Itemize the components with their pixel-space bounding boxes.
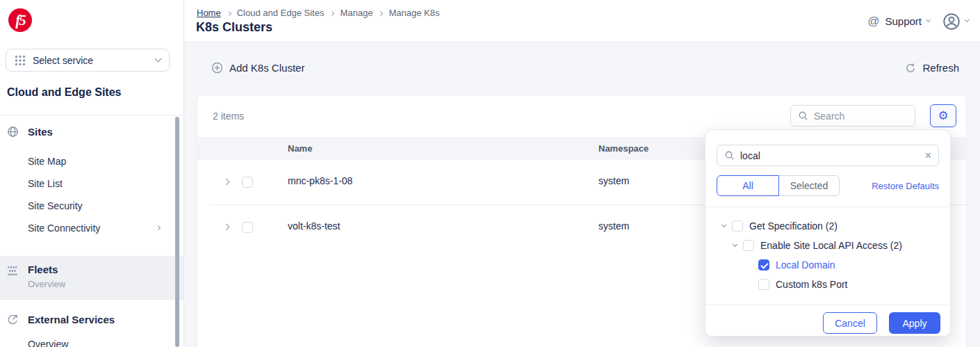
column-settings-popup: × All Selected Restore Defaults Get Spec… xyxy=(705,129,951,337)
breadcrumb-separator-icon xyxy=(329,10,334,15)
divider xyxy=(0,115,183,115)
sidebar: f5 Select service Cloud and Edge Sites S… xyxy=(0,0,184,347)
sidebar-item-label: Site Connectivity xyxy=(28,223,100,234)
add-k8s-cluster-label: Add K8s Cluster xyxy=(229,62,304,74)
sidebar-scrollbar[interactable] xyxy=(175,117,179,347)
breadcrumb-separator-icon xyxy=(227,10,231,15)
tree-item-get-specification: Get Specification (2) xyxy=(705,216,950,236)
sidebar-section-fleets[interactable]: Fleets Overview xyxy=(0,256,183,299)
tree-item-label: Enable Site Local API Access (2) xyxy=(760,240,902,251)
sidebar-item-label: Site Security xyxy=(28,200,83,211)
cancel-button[interactable]: Cancel xyxy=(823,312,877,334)
chevron-down-icon[interactable] xyxy=(965,17,970,22)
refresh-button[interactable]: Refresh xyxy=(905,62,959,74)
tree-item-label: Local Domain xyxy=(776,259,835,271)
support-icon: @ xyxy=(867,15,879,29)
sidebar-item-fleets-overview[interactable]: Overview xyxy=(28,279,65,289)
row-checkbox[interactable] xyxy=(242,222,253,233)
popup-search-input[interactable] xyxy=(740,150,920,161)
divider xyxy=(705,207,950,207)
column-settings-button[interactable]: ⚙ xyxy=(930,104,956,127)
row-checkbox[interactable] xyxy=(242,177,253,188)
table-search xyxy=(790,105,915,127)
sidebar-section-sites[interactable]: Sites xyxy=(0,126,183,138)
table-search-input[interactable] xyxy=(814,111,908,122)
breadcrumb-separator-icon xyxy=(378,10,383,15)
divider xyxy=(705,305,950,305)
chevron-down-icon[interactable] xyxy=(733,241,737,246)
sidebar-item-site-map[interactable]: Site Map xyxy=(28,156,66,167)
sidebar-section-label: Fleets xyxy=(28,264,58,275)
topbar: Home Cloud and Edge Sites Manage Manage … xyxy=(184,0,980,42)
account-avatar[interactable] xyxy=(942,13,961,31)
search-icon xyxy=(724,150,735,161)
support-menu[interactable]: Support xyxy=(885,15,922,27)
column-tree: Get Specification (2) Enable Site Local … xyxy=(705,216,950,294)
cell-name[interactable]: volt-k8s-test xyxy=(288,220,340,232)
sidebar-item-site-security[interactable]: Site Security xyxy=(28,200,83,211)
restore-defaults-link[interactable]: Restore Defaults xyxy=(872,181,939,191)
grid-icon xyxy=(15,55,26,66)
cell-namespace: system xyxy=(598,220,629,232)
sidebar-item-site-list[interactable]: Site List xyxy=(28,178,63,189)
tree-checkbox[interactable] xyxy=(732,220,743,232)
breadcrumb-item[interactable]: Cloud and Edge Sites xyxy=(237,8,325,18)
breadcrumb: Home Cloud and Edge Sites Manage Manage … xyxy=(197,8,439,18)
search-icon xyxy=(798,111,808,121)
cell-name[interactable]: mnc-pk8s-1-08 xyxy=(288,175,352,186)
column-header-namespace[interactable]: Namespace xyxy=(598,137,648,160)
sidebar-item-external-overview[interactable]: Overview xyxy=(28,339,68,347)
sidebar-item-label: Site Map xyxy=(28,156,66,167)
tree-checkbox-checked[interactable] xyxy=(758,259,769,271)
refresh-label: Refresh xyxy=(922,62,959,74)
external-services-icon xyxy=(7,314,19,325)
tree-item-enable-site-local-api-access: Enable Site Local API Access (2) xyxy=(705,236,950,255)
cell-namespace: system xyxy=(598,175,629,186)
tree-checkbox[interactable] xyxy=(743,240,754,251)
tree-item-custom-k8s-port: Custom k8s Port xyxy=(705,275,950,294)
clear-search-icon[interactable]: × xyxy=(925,150,931,161)
f5-logo[interactable]: f5 xyxy=(8,8,32,32)
chevron-down-icon[interactable] xyxy=(926,17,931,22)
sidebar-item-label: Overview xyxy=(28,339,68,347)
service-selector[interactable]: Select service xyxy=(6,49,170,72)
column-header-name[interactable]: Name xyxy=(288,137,312,160)
sidebar-section-external-services[interactable]: External Services xyxy=(0,314,183,325)
popup-search: × xyxy=(717,145,939,166)
tree-item-label: Custom k8s Port xyxy=(776,279,847,290)
chevron-right-icon xyxy=(156,225,161,230)
globe-icon xyxy=(7,126,19,138)
sidebar-item-site-connectivity[interactable]: Site Connectivity xyxy=(28,223,100,234)
sidebar-item-label: Site List xyxy=(28,178,63,189)
breadcrumb-home[interactable]: Home xyxy=(197,8,221,18)
sidebar-heading: Cloud and Edge Sites xyxy=(7,86,121,99)
filter-tab-all[interactable]: All xyxy=(717,175,779,196)
f5-logo-text: f5 xyxy=(15,12,25,29)
sidebar-section-label: External Services xyxy=(28,314,115,325)
apply-button[interactable]: Apply xyxy=(889,312,940,334)
refresh-icon xyxy=(905,63,916,74)
breadcrumb-item-current: Manage K8s xyxy=(389,8,439,18)
row-expander-icon[interactable] xyxy=(223,224,230,231)
tree-item-local-domain: Local Domain xyxy=(705,255,950,275)
filter-tab-selected[interactable]: Selected xyxy=(778,175,840,196)
plus-circle-icon xyxy=(211,62,223,74)
add-k8s-cluster-button[interactable]: Add K8s Cluster xyxy=(211,62,304,74)
sidebar-section-label: Sites xyxy=(28,126,53,138)
chevron-down-icon xyxy=(155,56,162,63)
page-title: K8s Clusters xyxy=(196,20,272,35)
service-selector-label: Select service xyxy=(33,55,93,66)
items-count: 2 items xyxy=(213,111,244,122)
divider xyxy=(0,299,183,300)
tree-checkbox[interactable] xyxy=(758,279,769,290)
fleets-icon xyxy=(7,265,19,277)
chevron-down-icon[interactable] xyxy=(721,222,726,227)
row-expander-icon[interactable] xyxy=(223,179,230,186)
tree-item-label: Get Specification (2) xyxy=(749,220,838,232)
breadcrumb-item[interactable]: Manage xyxy=(340,8,373,18)
gear-icon: ⚙ xyxy=(938,110,948,122)
